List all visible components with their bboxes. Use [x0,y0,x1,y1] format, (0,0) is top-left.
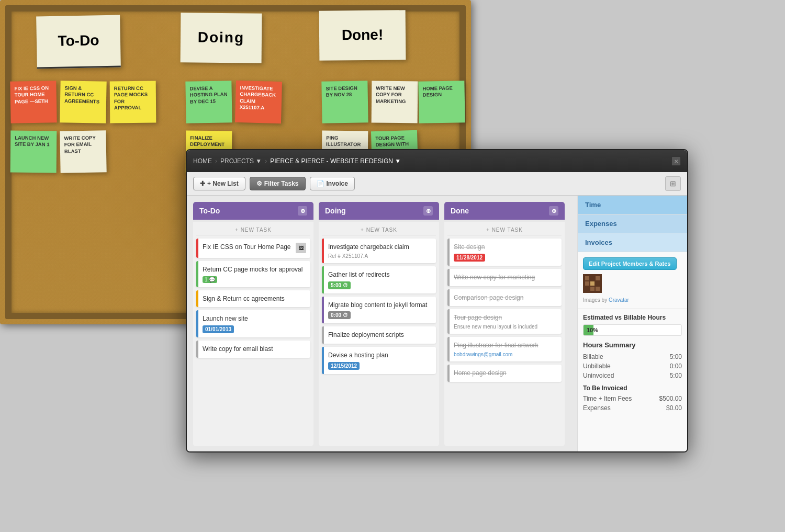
to-be-invoiced-title: To Be Invoiced [583,384,682,392]
task-date: 11/28/2012 [454,254,485,262]
breadcrumb-sep-2: › [265,157,267,165]
task-title: Write new copy for marketing [454,274,535,281]
task-meta: 01/01/2013 [203,325,306,333]
filter-icon: ⚙ [256,180,262,187]
estimated-pct: 10% [587,327,598,333]
task-card[interactable]: Fix IE CSS on Tour Home Page 🖼 [196,239,310,258]
estimated-bar: 10% [583,324,682,336]
task-card[interactable]: Ping illustrator for final artwork bobdr… [447,337,562,361]
col-options-doing[interactable]: ⊕ [423,206,433,216]
time-button[interactable]: Time [578,196,687,214]
task-title: Gather list of redirects [328,271,389,278]
svg-rect-5 [590,281,595,286]
invoice-label: Expenses [583,404,611,412]
task-attachment-icon: 🖼 [296,243,306,253]
hours-row-unbillable: Unbillable 0:00 [583,361,682,371]
breadcrumb-home[interactable]: HOME [193,157,212,165]
task-card[interactable]: Home page design [447,365,562,382]
task-card[interactable]: Devise a hosting plan 12/15/2012 [322,347,436,374]
task-title: Fix IE CSS on Tour Home Page [203,243,291,252]
col-title-todo: To-Do [199,207,220,215]
hours-summary-title: Hours Summary [583,341,682,349]
kanban-col-todo: To-Do ⊕ + NEW TASK Fix IE CSS on Tour Ho… [193,202,313,446]
estimated-section: Estimated vs Billable Hours 10% Hours Su… [578,309,687,418]
task-title: Return CC page mocks for approval [203,266,302,273]
sticky-note-3: RETURN CC PAGE MOCKS FOR APPROVAL [110,81,156,123]
task-card[interactable]: Investigate chargeback claim Ref # X2511… [322,239,436,263]
task-title: Write copy for email blast [203,345,273,353]
expenses-button[interactable]: Expenses [578,214,687,233]
invoice-icon: 📄 [317,180,324,187]
estimated-label: Estimated vs Billable Hours [583,314,682,321]
task-title: Ping illustrator for final artwork [454,342,538,349]
sticky-note-5: WRITE COPY FOR EMAIL BLAST [60,130,106,173]
col-title-done: Done [451,207,469,215]
task-card[interactable]: Tour page design Ensure new menu layout … [447,309,562,334]
svg-rect-9 [596,287,600,291]
task-card[interactable]: Return CC page mocks for approval 1 💬 [196,261,310,287]
task-card[interactable]: Site design 11/28/2012 [447,239,562,266]
svg-rect-6 [596,281,600,286]
breadcrumb: HOME › PROJECTS ▼ › PIERCE & PIERCE - WE… [193,157,401,165]
main-content: To-Do ⊕ + NEW TASK Fix IE CSS on Tour Ho… [187,196,687,452]
toolbar: ✚ + New List ⚙ Filter Tasks 📄 Invoice ⊞ [187,172,687,196]
filter-tasks-button[interactable]: ⚙ Filter Tasks [250,177,306,190]
sticky-note-4: LAUNCH NEW SITE BY JAN 1 [10,131,57,173]
hours-value: 5:00 [670,353,682,360]
svg-rect-7 [585,287,589,291]
task-card[interactable]: Gather list of redirects 5:00 ⏱ [322,266,436,293]
invoice-row-time: Time + Item Fees $500.00 [583,394,682,403]
invoice-row-expenses: Expenses $0.00 [583,403,682,413]
task-title: Comparison page design [454,294,523,301]
invoice-value: $0.00 [666,404,682,412]
task-title: Site design [454,243,485,251]
task-date: 01/01/2013 [203,325,234,333]
avatar [583,274,602,293]
edit-members-button[interactable]: Edit Project Members & Rates [583,257,677,270]
svg-rect-8 [590,287,595,291]
task-date: 12/15/2012 [328,362,360,370]
task-title: Home page design [454,369,507,377]
breadcrumb-projects[interactable]: PROJECTS ▼ [220,157,262,165]
task-meta: 12/15/2012 [328,362,432,370]
grid-view-button[interactable]: ⊞ [665,176,681,191]
new-task-todo[interactable]: + NEW TASK [196,225,310,235]
title-bar: HOME › PROJECTS ▼ › PIERCE & PIERCE - WE… [187,150,687,172]
sticky-note-7: INVESTIGATE CHARGEBACK CLAIM X251107.A [235,81,282,123]
task-timer: 5:00 ⏱ [328,281,351,289]
doing-header-note: Doing [181,13,262,63]
gravatar-text: Images by Gravatar [583,297,682,303]
invoice-button[interactable]: 📄 Invoice [310,177,355,190]
hours-row-billable: Billable 5:00 [583,352,682,361]
task-card[interactable]: Write new copy for marketing [447,269,562,286]
kanban-col-done: Done ⊕ + NEW TASK Site design 11/28/2012… [444,202,565,446]
task-card[interactable]: Write copy for email blast [196,341,310,358]
svg-rect-4 [585,281,589,286]
sticky-note-11: HOME PAGE DESIGN [418,81,465,123]
task-timer: 0:00 ⏱ [328,311,351,319]
hours-label: Uninvoiced [583,372,614,379]
col-options-done[interactable]: ⊕ [549,206,558,216]
task-card[interactable]: Launch new site 01/01/2013 [196,310,310,337]
new-task-doing[interactable]: + NEW TASK [322,225,436,235]
clock-icon: ⏱ [343,312,348,318]
task-meta: 0:00 ⏱ [328,311,432,319]
col-options-todo[interactable]: ⊕ [298,206,307,216]
task-title: Sign & Return cc agreements [203,295,285,302]
task-card[interactable]: Sign & Return cc agreements [196,290,310,308]
svg-rect-2 [590,276,595,280]
task-card[interactable]: Comparison page design [447,289,562,307]
task-card[interactable]: Migrate blog content to jekyll format 0:… [322,297,436,324]
close-icon[interactable]: ✕ [671,156,681,166]
new-task-done[interactable]: + NEW TASK [447,225,562,235]
task-title: Launch new site [203,315,248,322]
gravatar-link[interactable]: Gravatar [609,297,629,303]
invoice-value: $500.00 [659,395,682,402]
col-header-doing: Doing ⊕ [319,202,439,220]
new-list-button[interactable]: ✚ + New List [193,177,245,190]
invoices-button[interactable]: Invoices [578,233,687,252]
done-header-note: Done! [319,10,406,60]
sticky-note-9: SITE DESIGN BY NOV 28 [321,81,368,123]
task-card[interactable]: Finalize deployment scripts [322,326,436,344]
breadcrumb-current[interactable]: PIERCE & PIERCE - WEBSITE REDESIGN ▼ [270,157,401,165]
